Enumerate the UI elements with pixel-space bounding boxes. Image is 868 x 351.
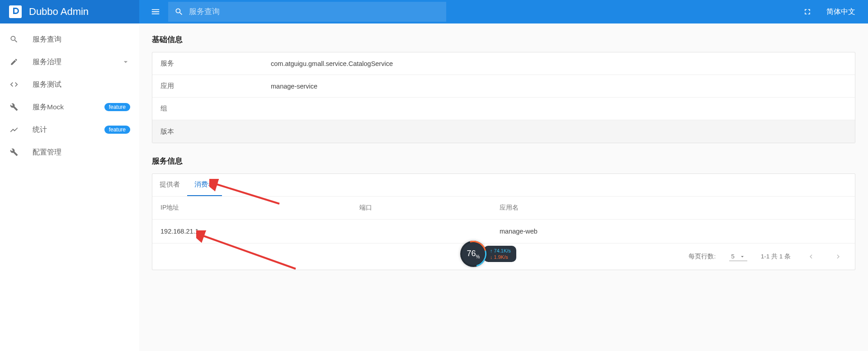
prev-page-button[interactable]	[804, 250, 818, 263]
main-content: 基础信息 服务 com.atguigu.gmall.service.Catalo…	[139, 23, 868, 351]
pagination-range: 1-1 共 1 条	[761, 253, 791, 261]
cell-app: manage-web	[500, 228, 847, 235]
code-icon	[9, 80, 19, 89]
basic-info-row: 组	[152, 98, 855, 120]
chevron-down-icon	[739, 253, 745, 260]
language-select[interactable]: 简体中文	[820, 7, 868, 17]
section-title-service-info: 服务信息	[152, 156, 855, 166]
sidebar-item-service-test[interactable]: 服务测试	[0, 73, 139, 96]
sidebar-item-label: 服务测试	[33, 80, 61, 89]
cell-port	[359, 228, 500, 235]
basic-info-key: 应用	[160, 82, 271, 90]
wrench-icon	[9, 148, 19, 156]
section-title-basic-info: 基础信息	[152, 34, 855, 45]
sidebar: 服务查询 服务治理 服务测试 服务Mock feature 统计 feature…	[0, 23, 139, 351]
sidebar-item-label: 配置管理	[33, 148, 61, 157]
basic-info-row: 版本	[152, 120, 855, 143]
rows-per-page-select[interactable]: 5	[729, 252, 747, 261]
next-page-button[interactable]	[831, 250, 845, 263]
feature-badge: feature	[104, 103, 130, 111]
sidebar-item-label: 服务查询	[33, 35, 61, 44]
rows-per-page-value: 5	[731, 253, 735, 260]
gauge-dial: 76%	[460, 241, 486, 267]
sidebar-item-statistics[interactable]: 统计 feature	[0, 118, 139, 141]
basic-info-value: manage-service	[271, 83, 317, 90]
sidebar-item-service-mock[interactable]: 服务Mock feature	[0, 96, 139, 118]
feature-badge: feature	[104, 126, 130, 134]
sidebar-item-label: 统计	[33, 125, 47, 135]
logo-block: Dubbo Admin	[0, 0, 139, 23]
sidebar-item-service-search[interactable]: 服务查询	[0, 28, 139, 51]
gauge-download: ↓ 1.9K/s	[490, 254, 511, 260]
th-port: 端口	[359, 204, 500, 212]
th-app: 应用名	[500, 204, 847, 212]
sidebar-item-label: 服务Mock	[33, 103, 64, 112]
basic-info-key: 版本	[160, 127, 271, 136]
basic-info-card: 服务 com.atguigu.gmall.service.CatalogServ…	[152, 52, 855, 143]
app-title: Dubbo Admin	[29, 6, 89, 18]
basic-info-value: com.atguigu.gmall.service.CatalogService	[271, 60, 393, 67]
logo-icon	[9, 5, 22, 18]
chevron-down-icon	[121, 57, 130, 66]
search-input[interactable]	[189, 7, 440, 16]
gauge-upload: ↑ 74.1K/s	[490, 248, 511, 254]
fullscreen-icon	[803, 7, 812, 16]
gauge-readout: ↑ 74.1K/s ↓ 1.9K/s	[484, 246, 516, 262]
tab-consumer[interactable]: 消费者	[187, 174, 222, 196]
menu-toggle-button[interactable]	[145, 1, 166, 23]
pencil-icon	[9, 58, 19, 66]
basic-info-row: 应用 manage-service	[152, 75, 855, 98]
th-ip: IP地址	[160, 204, 359, 212]
basic-info-key: 服务	[160, 59, 271, 68]
sidebar-item-label: 服务治理	[33, 57, 61, 67]
search-icon	[9, 35, 19, 44]
gauge-percent: 76%	[467, 249, 480, 259]
basic-info-key: 组	[160, 104, 271, 113]
chart-line-icon	[9, 125, 19, 134]
top-bar: Dubbo Admin 简体中文	[0, 0, 868, 23]
cell-ip: 192.168.21.1	[160, 228, 359, 235]
menu-icon	[151, 7, 160, 17]
search-icon	[175, 7, 184, 16]
tabs: 提供者 消费者	[152, 174, 855, 197]
rows-per-page-label: 每页行数:	[689, 253, 716, 261]
network-gauge-widget: 76% ↑ 74.1K/s ↓ 1.9K/s	[460, 240, 519, 267]
wrench-icon	[9, 103, 19, 111]
table-header: IP地址 端口 应用名	[152, 197, 855, 220]
chevron-right-icon	[834, 253, 842, 261]
sidebar-item-service-governance[interactable]: 服务治理	[0, 51, 139, 73]
basic-info-row: 服务 com.atguigu.gmall.service.CatalogServ…	[152, 52, 855, 75]
fullscreen-button[interactable]	[795, 7, 820, 16]
search-box[interactable]	[168, 2, 446, 22]
chevron-left-icon	[807, 253, 815, 261]
sidebar-item-config[interactable]: 配置管理	[0, 141, 139, 164]
tab-provider[interactable]: 提供者	[152, 174, 187, 196]
